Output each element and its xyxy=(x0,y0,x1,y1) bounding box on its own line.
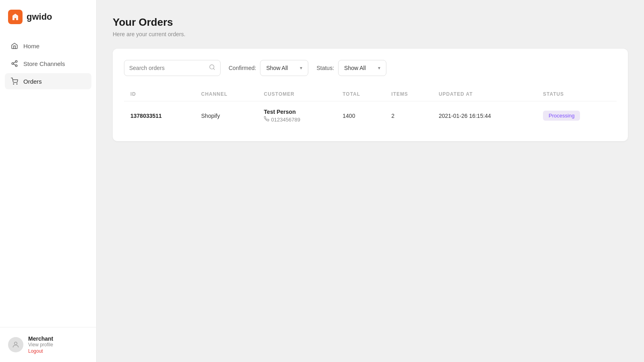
avatar xyxy=(8,337,23,352)
col-customer: CUSTOMER xyxy=(258,87,336,101)
user-name: Merchant xyxy=(28,335,53,342)
col-channel: CHANNEL xyxy=(195,87,258,101)
orders-card: Confirmed: Show All ▾ Status: Show All ▾… xyxy=(113,49,628,141)
page-title: Your Orders xyxy=(113,16,628,29)
page-header: Your Orders Here are your current orders… xyxy=(113,16,628,37)
sidebar-item-orders-label: Orders xyxy=(23,78,42,85)
cell-channel: Shopify xyxy=(195,101,258,130)
col-items: ITEMS xyxy=(385,87,432,101)
search-icon xyxy=(209,64,215,72)
sidebar: gwido Home Store Channels xyxy=(0,0,97,362)
sidebar-item-store-channels[interactable]: Store Channels xyxy=(5,56,91,72)
svg-point-6 xyxy=(17,84,17,84)
chevron-down-icon-2: ▾ xyxy=(378,65,380,71)
col-updated-at: UPDATED AT xyxy=(432,87,537,101)
confirmed-label: Confirmed: xyxy=(229,65,256,71)
cell-status: Processing xyxy=(537,101,617,130)
cart-icon xyxy=(10,77,19,85)
table-header: ID CHANNEL CUSTOMER TOTAL ITEMS UPDATED … xyxy=(124,87,617,101)
table-row[interactable]: 1378033511 Shopify Test Person 012345678… xyxy=(124,101,617,130)
home-icon xyxy=(10,42,19,50)
search-box[interactable] xyxy=(124,60,221,76)
cell-customer: Test Person 0123456789 xyxy=(258,101,336,130)
col-total: TOTAL xyxy=(336,87,385,101)
table-body: 1378033511 Shopify Test Person 012345678… xyxy=(124,101,617,130)
confirmed-select[interactable]: Show All ▾ xyxy=(260,60,308,76)
share-icon xyxy=(10,60,19,68)
view-profile-link[interactable]: View profile xyxy=(28,342,53,348)
sidebar-item-home-label: Home xyxy=(23,43,39,49)
sidebar-item-orders[interactable]: Orders xyxy=(5,73,91,89)
logo-text: gwido xyxy=(27,12,52,22)
confirmed-value: Show All xyxy=(266,65,288,71)
cell-updated-at: 2021-01-26 16:15:44 xyxy=(432,101,537,130)
orders-table: ID CHANNEL CUSTOMER TOTAL ITEMS UPDATED … xyxy=(124,87,617,130)
cell-total: 1400 xyxy=(336,101,385,130)
confirmed-filter-group: Confirmed: Show All ▾ xyxy=(229,60,308,76)
user-info: Merchant View profile Logout xyxy=(28,335,53,354)
col-id: ID xyxy=(124,87,195,101)
svg-point-7 xyxy=(14,342,17,345)
status-value: Show All xyxy=(344,65,366,71)
status-label: Status: xyxy=(316,65,334,71)
svg-point-5 xyxy=(13,84,14,84)
logo-icon xyxy=(8,10,23,24)
svg-line-3 xyxy=(13,64,15,65)
filters-row: Confirmed: Show All ▾ Status: Show All ▾ xyxy=(124,60,617,76)
logo-container: gwido xyxy=(0,0,96,34)
chevron-down-icon: ▾ xyxy=(300,65,302,71)
cell-items: 2 xyxy=(385,101,432,130)
svg-line-9 xyxy=(213,68,215,70)
sidebar-item-store-channels-label: Store Channels xyxy=(23,60,65,67)
search-input[interactable] xyxy=(129,65,209,71)
status-badge: Processing xyxy=(543,111,580,121)
phone-icon xyxy=(264,116,269,123)
cell-id: 1378033511 xyxy=(124,101,195,130)
svg-line-4 xyxy=(13,62,15,63)
col-status: STATUS xyxy=(537,87,617,101)
main-content: Your Orders Here are your current orders… xyxy=(97,0,644,362)
status-filter-group: Status: Show All ▾ xyxy=(316,60,386,76)
sidebar-item-home[interactable]: Home xyxy=(5,38,91,54)
page-subtitle: Here are your current orders. xyxy=(113,31,628,37)
user-section: Merchant View profile Logout xyxy=(0,327,96,362)
status-select[interactable]: Show All ▾ xyxy=(338,60,386,76)
logout-link[interactable]: Logout xyxy=(28,348,53,354)
sidebar-nav: Home Store Channels Orders xyxy=(0,34,96,327)
